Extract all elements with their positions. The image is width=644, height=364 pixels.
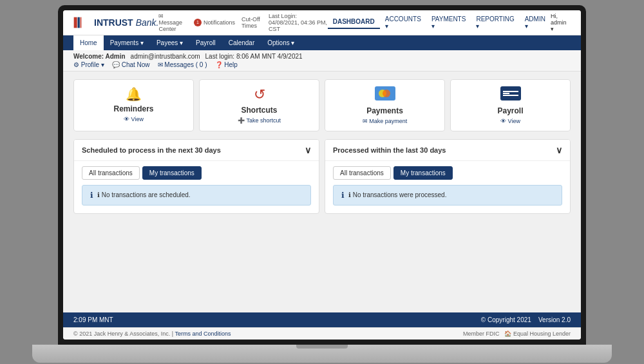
nav-reporting[interactable]: REPORTING ▾ (471, 13, 519, 32)
payroll-icon (459, 86, 562, 104)
top-bar: INTRUST Bank. ✉ Message Center 1 Notific… (63, 10, 581, 35)
legal-bar: © 2021 Jack Henry & Associates, Inc. | T… (63, 327, 581, 340)
footer-time: 2:09 PM MNT (73, 316, 113, 323)
svg-rect-2 (80, 17, 82, 28)
terms-conditions-link[interactable]: Terms and Conditions (175, 330, 231, 337)
screen-inner: INTRUST Bank. ✉ Message Center 1 Notific… (63, 10, 581, 340)
laptop-notch (296, 345, 348, 349)
last-login-text: Last Login: 04/08/2021, 04:36 PM, CST (269, 13, 328, 32)
scheduled-my-tab[interactable]: My transactions (142, 166, 202, 180)
payments-icon (333, 86, 437, 104)
sec-nav-calendar[interactable]: Calendar (222, 35, 261, 50)
footer-copyright: © Copyright 2021 (481, 316, 531, 323)
logo-bank: Bank. (136, 17, 159, 28)
sec-nav-options[interactable]: Options ▾ (261, 35, 301, 50)
laptop-frame: INTRUST Bank. ✉ Message Center 1 Notific… (32, 2, 612, 363)
payments-card: Payments ✉ Make payment (325, 79, 445, 131)
legal-left: © 2021 Jack Henry & Associates, Inc. | T… (73, 330, 231, 337)
equal-housing-text: 🏠 Equal Housing Lender (504, 330, 571, 337)
credit-card-icon (375, 86, 395, 101)
notifications-link[interactable]: 1 Notifications (194, 19, 235, 26)
cutoff-times-link[interactable]: Cut-Off Times (242, 16, 262, 29)
footer-bar: 2:09 PM MNT © Copyright 2021 Version 2.0 (63, 312, 581, 327)
info-icon-scheduled: ℹ (90, 191, 93, 200)
laptop-base (32, 345, 612, 363)
welcome-bar: Welcome: Admin admin@intrustbank.com Las… (63, 50, 581, 72)
sec-nav-payroll[interactable]: Payroll (189, 35, 222, 50)
processed-tabs: All transactions My transactions (325, 161, 570, 185)
processed-content: ℹ ℹ No transactions were processed. (325, 185, 570, 213)
nav-payments[interactable]: PAYMENTS ▾ (426, 13, 471, 32)
sec-nav-home[interactable]: Home (73, 35, 104, 50)
welcome-last-login: Last login: 8:06 AM MNT 4/9/2021 (205, 53, 303, 60)
processed-info-box: ℹ ℹ No transactions were processed. (333, 185, 562, 206)
scheduled-tabs: All transactions My transactions (74, 161, 319, 185)
shortcuts-icon: ↺ (207, 86, 311, 103)
scheduled-header-text: Scheduled to process in the next 30 days (82, 146, 221, 154)
chat-link[interactable]: 💬 Chat Now (112, 61, 150, 68)
scheduled-info-box: ℹ ℹ No transactions are scheduled. (82, 185, 311, 206)
sec-nav-payees[interactable]: Payees ▾ (150, 35, 189, 50)
legal-copyright: © 2021 Jack Henry & Associates, Inc. | (73, 330, 173, 337)
messages-link[interactable]: ✉ Messages ( 0 ) (158, 61, 207, 68)
svg-rect-1 (78, 17, 80, 28)
payroll-view-link[interactable]: 👁 View (459, 118, 562, 124)
legal-right: Member FDIC 🏠 Equal Housing Lender (463, 330, 571, 337)
footer-right: © Copyright 2021 Version 2.0 (481, 316, 571, 323)
secondary-nav: Home Payments ▾ Payees ▾ Payroll Calenda… (63, 35, 581, 50)
welcome-top: Welcome: Admin admin@intrustbank.com Las… (73, 53, 571, 60)
payroll-card-icon (500, 86, 521, 101)
nav-admin[interactable]: ADMIN ▾ (520, 13, 551, 32)
payroll-title: Payroll (459, 106, 562, 115)
info-icon-processed: ℹ (341, 191, 345, 200)
notification-badge: 1 (194, 19, 202, 26)
scheduled-message: ℹ No transactions are scheduled. (97, 191, 191, 198)
processed-all-tab[interactable]: All transactions (333, 166, 391, 180)
welcome-info: Welcome: Admin admin@intrustbank.com Las… (73, 53, 303, 60)
scheduled-panel-header[interactable]: Scheduled to process in the next 30 days… (74, 140, 319, 161)
welcome-email: admin@intrustbank.com (131, 53, 200, 60)
welcome-text: Welcome: Admin (73, 53, 126, 60)
bell-icon: 🔔 (82, 86, 185, 102)
main-nav: DASHBOARD ACCOUNTS ▾ PAYMENTS ▾ REPORTIN… (328, 13, 551, 32)
card-grid: 🔔 Reminders 👁 View ↺ Shortcuts ➕ Take sh… (73, 79, 571, 131)
scheduled-panel: Scheduled to process in the next 30 days… (73, 139, 319, 214)
processed-header-text: Processed within the last 30 days (333, 146, 446, 154)
make-payment-link[interactable]: ✉ Make payment (333, 118, 437, 124)
welcome-links: ⚙ Profile ▾ 💬 Chat Now ✉ Messages ( 0 ) … (73, 61, 571, 68)
processed-collapse-icon[interactable]: ∨ (556, 145, 562, 155)
screen-bezel: INTRUST Bank. ✉ Message Center 1 Notific… (58, 5, 586, 345)
footer-version: Version 2.0 (538, 316, 571, 323)
top-links: ✉ Message Center 1 Notifications Cut-Off… (158, 13, 327, 32)
greeting-text[interactable]: Hi, admin ▾ (551, 13, 571, 32)
payments-title: Payments (333, 106, 437, 115)
scheduled-all-tab[interactable]: All transactions (82, 166, 140, 180)
reminders-view-link[interactable]: 👁 View (82, 116, 185, 122)
nav-dashboard[interactable]: DASHBOARD (328, 15, 380, 29)
message-center-link[interactable]: ✉ Message Center (158, 13, 187, 32)
svg-point-5 (383, 90, 390, 97)
transaction-panels: Scheduled to process in the next 30 days… (73, 139, 571, 214)
shortcuts-card: ↺ Shortcuts ➕ Take shortcut (199, 79, 319, 131)
scheduled-content: ℹ ℹ No transactions are scheduled. (74, 185, 319, 213)
dashboard-content: 🔔 Reminders 👁 View ↺ Shortcuts ➕ Take sh… (63, 72, 581, 312)
payroll-card: Payroll 👁 View (450, 79, 571, 131)
scheduled-collapse-icon[interactable]: ∨ (305, 145, 311, 155)
processed-panel-header[interactable]: Processed within the last 30 days ∨ (325, 140, 570, 161)
help-link[interactable]: ❓ Help (215, 61, 238, 68)
svg-rect-0 (74, 17, 77, 28)
processed-panel: Processed within the last 30 days ∨ All … (325, 139, 571, 214)
logo: INTRUST Bank. (73, 16, 158, 29)
member-fdic-text: Member FDIC (463, 330, 500, 337)
shortcuts-title: Shortcuts (207, 106, 311, 115)
reminders-title: Reminders (82, 104, 185, 113)
nav-accounts[interactable]: ACCOUNTS ▾ (380, 13, 426, 32)
logo-brand: INTRUST (94, 17, 133, 28)
reminders-card: 🔔 Reminders 👁 View (73, 79, 194, 131)
sec-nav-payments[interactable]: Payments ▾ (104, 35, 150, 50)
shortcuts-action-link[interactable]: ➕ Take shortcut (207, 117, 311, 124)
processed-my-tab[interactable]: My transactions (393, 166, 453, 180)
profile-link[interactable]: ⚙ Profile ▾ (73, 61, 104, 68)
logo-icon (73, 16, 91, 29)
processed-message: ℹ No transactions were processed. (348, 191, 446, 198)
